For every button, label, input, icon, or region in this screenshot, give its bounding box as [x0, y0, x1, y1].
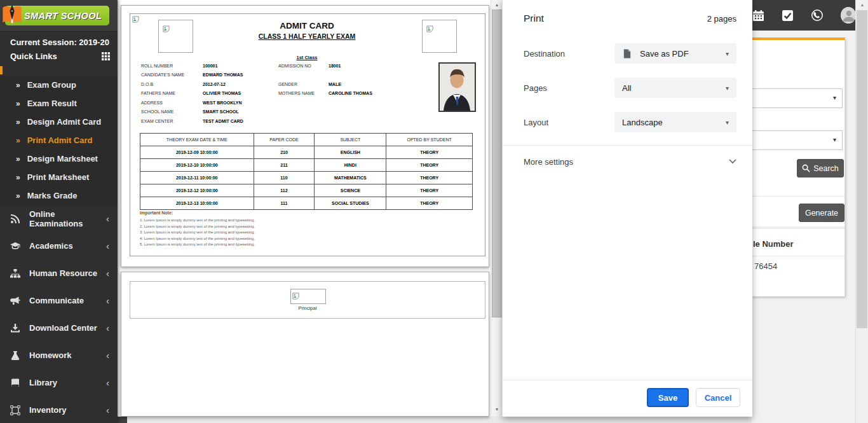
sidebar-item-design-marksheet[interactable]: »Design Marksheet — [0, 149, 118, 168]
table-header-divider — [752, 256, 844, 256]
sitemap-icon — [10, 268, 21, 279]
admit-card-title: ADMIT CARD — [130, 21, 484, 31]
note-line: 3. Lorem Ipsum is simply dummy text of t… — [140, 230, 255, 236]
generate-button[interactable]: Generate — [799, 204, 844, 222]
background-page: ▾ ▾ Search Generate le Number 76454 — [752, 0, 855, 423]
scroll-up-arrow-icon[interactable]: ▲ — [491, 0, 503, 10]
note-line: 1. Lorem Ipsum is simply dummy text of t… — [140, 218, 255, 224]
sidebar-item-human-resource[interactable]: Human Resource ‹ — [0, 260, 118, 287]
logo-bar: SMART SCHOOL — [0, 0, 118, 32]
logo-text: SMART SCHOOL — [24, 11, 102, 21]
sidebar-item-print-admit-card[interactable]: »Print Admit Card — [0, 131, 118, 149]
double-chevron-icon: » — [16, 99, 20, 108]
preview-page-2: Principal — [121, 272, 489, 417]
collapse-chevron-icon: ‹ — [106, 213, 109, 224]
search-button-label: Search — [813, 164, 839, 173]
admit-card-page-card: ▾ ▾ Search Generate le Number 76454 — [752, 38, 845, 296]
cancel-button[interactable]: Cancel — [696, 388, 740, 407]
dropdown-caret-icon: ▾ — [833, 94, 836, 101]
detail-admission-no: ADMISSION NO18001 — [278, 64, 341, 68]
sidebar-item-design-admit-card[interactable]: »Design Admit Card — [0, 113, 118, 131]
class-label: 1st Class — [130, 55, 484, 60]
app-window: SMART SCHOOL Current Session: 2019-20 Qu… — [0, 0, 868, 423]
layout-value: Landscape — [622, 118, 663, 127]
detail-mothers-name: MOTHERS NAMECAROLINE THOMAS — [278, 91, 372, 95]
signature-strip: Principal — [130, 281, 485, 319]
more-settings-toggle[interactable]: More settings — [524, 155, 736, 169]
preview-page-1: ADMIT CARD CLASS 1 HALF YEARLY EXAM 1st … — [121, 5, 489, 267]
book-icon — [10, 377, 21, 388]
quick-links-label: Quick Links — [10, 52, 57, 61]
student-photo — [438, 62, 476, 112]
double-chevron-icon: » — [16, 81, 20, 90]
double-chevron-icon: » — [16, 191, 20, 200]
admit-card-subtitle: CLASS 1 HALF YEARLY EXAM — [130, 32, 484, 40]
collapse-chevron-icon: ‹ — [106, 295, 109, 306]
collapse-chevron-icon: ‹ — [106, 322, 109, 333]
detail-candidate-name: CANDIDATE'S NAMEEDWARD THOMAS — [141, 73, 243, 77]
collapse-chevron-icon: ‹ — [106, 240, 109, 251]
sidebar-item-inventory[interactable]: Inventory ‹ — [0, 396, 118, 423]
grid-icon[interactable] — [102, 52, 110, 60]
rss-icon — [10, 213, 21, 224]
task-check-icon[interactable] — [782, 10, 794, 22]
calendar-icon[interactable] — [752, 10, 764, 22]
detail-dob: D.O.B2012-07-12 — [141, 82, 226, 87]
layout-select[interactable]: Landscape ▾ — [614, 112, 736, 132]
table-row: 2019-12-13 10:00:00111SOCIAL STUDIESTHEO… — [140, 197, 473, 210]
preview-scrollbar[interactable]: ▲ ▼ — [491, 0, 503, 417]
sidebar-item-communicate[interactable]: Communicate ‹ — [0, 287, 118, 314]
note-line: 5. Lorem Ipsum is simply dummy text of t… — [140, 242, 255, 248]
user-avatar[interactable] — [841, 7, 856, 24]
destination-value: Save as PDF — [640, 49, 689, 59]
sidebar-item-exam-group[interactable]: »Exam Group — [0, 76, 118, 94]
megaphone-icon — [10, 295, 21, 306]
scroll-down-arrow-icon[interactable]: ▼ — [491, 405, 503, 414]
scroll-up-arrow-icon[interactable]: ▲ — [856, 0, 868, 10]
current-session-label: Current Session: 2019-20 — [10, 38, 109, 47]
table-row: 2019-12-11 10:00:00110MATHEMATICSTHEORY — [140, 172, 473, 184]
preview-scrollbar-thumb[interactable] — [492, 10, 503, 317]
active-section-marker — [0, 66, 3, 74]
card-divider — [752, 196, 844, 197]
window-scrollbar[interactable]: ▲ — [855, 0, 868, 423]
section-select[interactable]: ▾ — [750, 130, 843, 150]
sidebar-item-online-examinations[interactable]: Online Examinations ‹ — [0, 205, 118, 232]
table-cell-partial: 76454 — [754, 261, 777, 271]
sidebar-item-marks-grade[interactable]: »Marks Grade — [0, 186, 118, 205]
detail-address: ADDRESSWEST BROOKLYN — [141, 101, 242, 105]
dropdown-caret-icon: ▾ — [726, 50, 729, 57]
sidebar-item-download-center[interactable]: Download Center ‹ — [0, 314, 118, 342]
print-dialog-header: Print 2 pages — [524, 13, 736, 24]
sidebar-item-academics[interactable]: Academics ‹ — [0, 232, 118, 260]
sidebar-item-library[interactable]: Library ‹ — [0, 369, 118, 396]
note-line: 2. Lorem Ipsum is simply dummy text of t… — [140, 224, 255, 230]
class-select[interactable]: ▾ — [750, 88, 843, 108]
print-dialog: Print 2 pages Destination Save as PDF ▾ … — [502, 0, 752, 417]
book-pen-logo-icon — [1, 4, 23, 29]
pages-select[interactable]: All ▾ — [614, 78, 736, 98]
whatsapp-icon[interactable] — [811, 9, 824, 22]
sidebar-item-exam-result[interactable]: »Exam Result — [0, 94, 118, 113]
destination-select[interactable]: Save as PDF ▾ — [614, 43, 736, 64]
sidebar-item-print-marksheet[interactable]: »Print Marksheet — [0, 168, 118, 186]
table-column-header-partial: le Number — [753, 239, 794, 249]
sidebar-shadow-chip — [118, 417, 127, 423]
window-scrollbar-thumb[interactable] — [857, 10, 867, 328]
important-note-title: Important Note: — [140, 211, 173, 215]
smart-school-logo[interactable]: SMART SCHOOL — [5, 6, 109, 25]
dropdown-caret-icon: ▾ — [726, 85, 729, 92]
collapse-chevron-icon: ‹ — [106, 268, 109, 279]
double-chevron-icon: » — [16, 173, 20, 182]
sidebar-item-homework[interactable]: Homework ‹ — [0, 342, 118, 369]
search-button[interactable]: Search — [797, 159, 844, 177]
collapse-chevron-icon: ‹ — [106, 405, 109, 415]
quick-links-row: Quick Links — [10, 52, 110, 61]
graduation-cap-icon — [10, 240, 21, 251]
pages-value: All — [622, 83, 631, 93]
important-notes-list: 1. Lorem Ipsum is simply dummy text of t… — [140, 218, 255, 248]
save-button[interactable]: Save — [647, 388, 689, 407]
double-chevron-icon: » — [16, 118, 20, 127]
detail-gender: GENDERMALE — [278, 82, 341, 87]
search-icon — [802, 164, 810, 172]
